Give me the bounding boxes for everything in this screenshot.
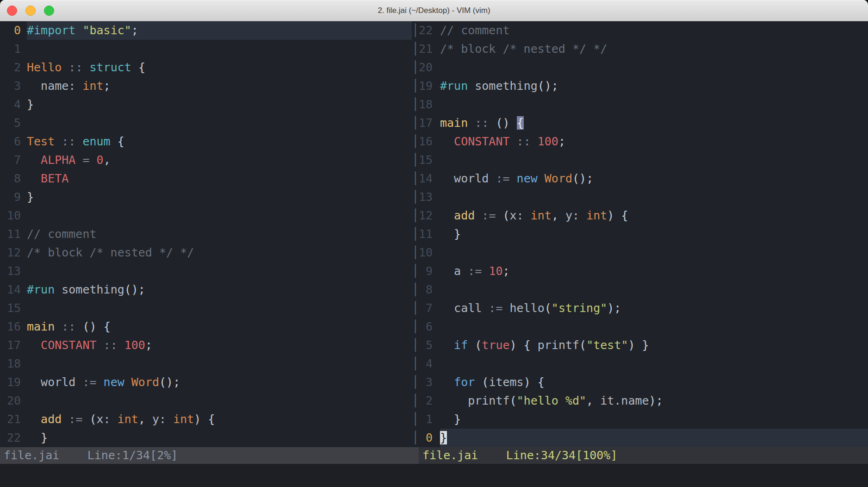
code-line[interactable]: 8 BETA xyxy=(0,169,412,188)
code-token: CONSTANT xyxy=(454,135,509,148)
code-line[interactable]: 17 CONSTANT :: 100; xyxy=(0,336,412,355)
code-token xyxy=(124,375,131,389)
split-separator: │ xyxy=(412,264,419,278)
code-line[interactable]: 13 xyxy=(0,262,412,281)
line-number: 0 xyxy=(0,21,21,40)
zoom-button[interactable] xyxy=(44,6,54,16)
code-token: /* block /* nested */ */ xyxy=(440,42,607,56)
code-token: name: xyxy=(27,79,82,93)
code-token: (); xyxy=(124,283,145,296)
command-line[interactable] xyxy=(0,464,868,487)
code-token: "string" xyxy=(552,301,607,315)
code-token xyxy=(27,431,41,444)
code-token: ; xyxy=(131,24,138,37)
code-line[interactable]: │ 5 if (true) { printf("test") } xyxy=(412,336,868,355)
code-line[interactable]: │ 3 for (items) { xyxy=(412,373,868,392)
code-token xyxy=(635,338,642,352)
line-number: │11 xyxy=(412,225,433,244)
code-line[interactable]: │12 add := (x: int, y: int) { xyxy=(412,206,868,225)
code-line[interactable]: │ 9 a := 10; xyxy=(412,262,868,281)
line-number: 5 xyxy=(0,114,21,132)
code-line[interactable]: 5 xyxy=(0,114,412,132)
line-number: │18 xyxy=(412,95,433,114)
code-line[interactable]: 4} xyxy=(0,95,412,114)
code-line[interactable]: │13 xyxy=(412,188,868,206)
line-number: 6 xyxy=(0,132,21,151)
code-line[interactable]: 11// comment xyxy=(0,225,412,244)
editor-pane-right[interactable]: │22// comment│21/* block /* nested */ */… xyxy=(412,21,868,447)
code-line[interactable]: │20 xyxy=(412,58,868,77)
code-token: int xyxy=(118,412,138,426)
code-line[interactable]: │ 0} xyxy=(412,429,868,447)
code-line[interactable]: │ 2 printf("hello %d", it.name); xyxy=(412,392,868,410)
line-number: 19 xyxy=(0,373,21,392)
code-line[interactable]: 6Test :: enum { xyxy=(0,132,412,151)
code-line[interactable]: │ 6 xyxy=(412,318,868,336)
split-separator: │ xyxy=(412,394,419,407)
code-line[interactable]: 19 world := new Word(); xyxy=(0,373,412,392)
code-token: ( xyxy=(482,375,489,389)
code-line[interactable]: 20 xyxy=(0,392,412,410)
code-token: :: xyxy=(68,61,82,74)
code-line[interactable]: 0#import "basic"; xyxy=(0,21,412,40)
code-line[interactable]: │18 xyxy=(412,95,868,114)
code-line[interactable]: │14 world := new Word(); xyxy=(412,169,868,188)
code-line[interactable]: 3 name: int; xyxy=(0,77,412,95)
code-line[interactable]: │ 1 } xyxy=(412,410,868,429)
code-token: "test" xyxy=(586,338,628,352)
code-line[interactable]: 16main :: () { xyxy=(0,318,412,336)
code-token: items xyxy=(489,375,523,389)
code-line[interactable]: 12/* block /* nested */ */ xyxy=(0,244,412,262)
code-token: Word xyxy=(131,375,159,389)
line-number: │ 2 xyxy=(412,392,433,410)
code-line[interactable]: 14#run something(); xyxy=(0,281,412,299)
code-line[interactable]: 2Hello :: struct { xyxy=(0,58,412,77)
code-line[interactable]: │ 4 xyxy=(412,355,868,373)
code-line[interactable]: 7 ALPHA = 0, xyxy=(0,151,412,169)
matchparen-highlight: { xyxy=(517,116,524,130)
code-line[interactable]: │10 xyxy=(412,244,868,262)
split-separator: │ xyxy=(412,357,419,370)
code-token: world xyxy=(440,172,496,185)
code-token: { xyxy=(118,135,124,148)
code-line[interactable]: │ 8 xyxy=(412,281,868,299)
code-token: something xyxy=(55,283,124,296)
code-line[interactable]: │11 } xyxy=(412,225,868,244)
code-line[interactable]: │21/* block /* nested */ */ xyxy=(412,40,868,58)
line-number: 13 xyxy=(0,262,21,281)
code-line[interactable]: │22// comment xyxy=(412,21,868,40)
code-line[interactable]: │15 xyxy=(412,151,868,169)
minimize-button[interactable] xyxy=(25,6,36,16)
code-token: } xyxy=(454,227,461,241)
code-line[interactable]: 9} xyxy=(0,188,412,206)
code-token: CONSTANT xyxy=(41,338,96,352)
code-token: Test xyxy=(27,135,55,148)
title-bar[interactable]: 2. file.jai (~/Desktop) - VIM (vim) xyxy=(0,0,868,21)
code-token: ) xyxy=(194,412,201,426)
editor-pane-left[interactable]: 0#import "basic"; 1 2Hello :: struct { 3… xyxy=(0,21,412,447)
split-separator: │ xyxy=(412,246,419,259)
line-number: │22 xyxy=(412,21,433,40)
code-line[interactable]: 21 add := (x: int, y: int) { xyxy=(0,410,412,429)
code-token: if xyxy=(454,338,468,352)
code-line[interactable]: 22 } xyxy=(0,429,412,447)
line-number: 7 xyxy=(0,151,21,169)
close-button[interactable] xyxy=(7,6,17,16)
code-line[interactable]: │19#run something(); xyxy=(412,77,868,95)
code-token: :: xyxy=(517,135,531,148)
split-separator: │ xyxy=(412,190,419,204)
code-token: Word xyxy=(545,172,572,185)
code-line[interactable]: │ 7 call := hello("string"); xyxy=(412,299,868,318)
code-line[interactable]: 15 xyxy=(0,299,412,318)
code-token: ; xyxy=(145,338,152,352)
code-line[interactable]: │17main :: () { xyxy=(412,114,868,132)
code-token: ); xyxy=(649,394,663,407)
code-line[interactable]: 10 xyxy=(0,206,412,225)
code-line[interactable]: │16 CONSTANT :: 100; xyxy=(412,132,868,151)
code-line[interactable]: 18 xyxy=(0,355,412,373)
code-token: { xyxy=(138,61,145,74)
code-token: 100 xyxy=(538,135,558,148)
split-separator: │ xyxy=(412,375,419,389)
code-line[interactable]: 1 xyxy=(0,40,412,58)
code-token: } xyxy=(27,98,34,111)
